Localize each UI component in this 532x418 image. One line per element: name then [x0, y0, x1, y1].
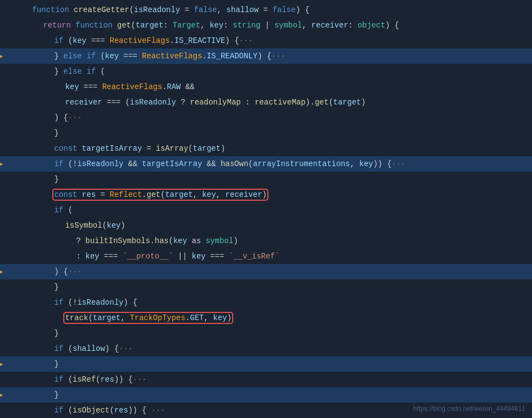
code-line-18: ) {···: [0, 264, 532, 279]
code-line-23: if (shallow) {···: [0, 341, 532, 356]
watermark-text: https://blog.csdn.net/weixin_44494811: [413, 405, 525, 413]
code-line-21: track(target, TrackOpTypes.GET, key): [0, 310, 532, 326]
code-line-25: if (isRef(res)) {···: [0, 372, 532, 387]
code-viewer: function createGetter(isReadonly = false…: [0, 0, 532, 418]
code-line-8: ) {···: [0, 110, 532, 125]
code-line-13: const res = Reflect.get(target, key, rec…: [0, 187, 532, 202]
code-line-11: if (!isReadonly && targetIsArray && hasO…: [0, 156, 532, 172]
